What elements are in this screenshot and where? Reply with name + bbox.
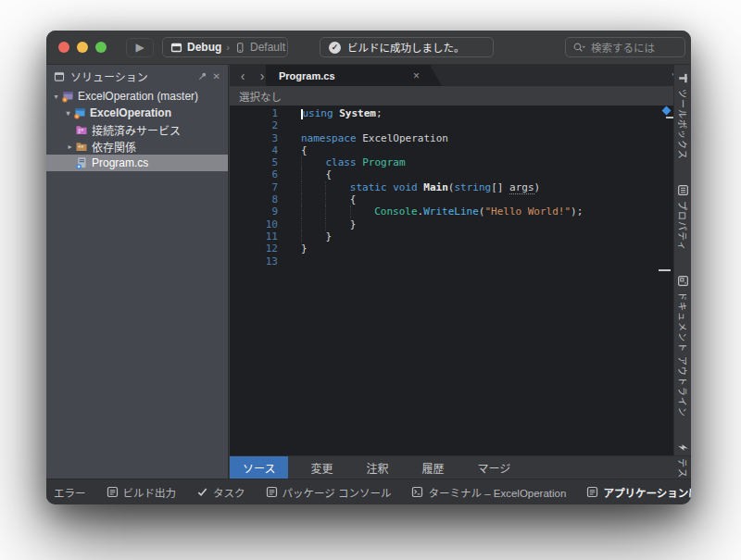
view-tab-マージ[interactable]: マージ — [466, 456, 521, 479]
indent-guide — [301, 168, 325, 180]
build-status-indicator[interactable]: ✓ ビルドに成功しました。 — [320, 37, 494, 57]
code-line: 8{ — [230, 193, 673, 205]
breadcrumb-selection-label: 選択なし — [239, 89, 282, 104]
token-pl: } — [350, 218, 357, 230]
run-button[interactable]: ▶ — [126, 38, 154, 57]
pad-button-label: ターミナル – ExcelOperation — [428, 485, 566, 500]
pad-button-ターミナル-ExcelOperation[interactable]: ターミナル – ExcelOperation — [411, 485, 566, 500]
token-kw: using — [303, 107, 333, 119]
project-icon — [73, 106, 86, 119]
line-number: 3 — [230, 132, 278, 144]
play-icon: ▶ — [135, 41, 144, 54]
tree-item--[interactable]: ▸依存関係 — [46, 138, 228, 155]
code-text: using System; — [301, 107, 383, 119]
title-bar: ▶ Debug › Default ✓ ビルドに成功しました。 — [46, 31, 691, 65]
token-kw: string — [454, 181, 491, 193]
token-pl: ) — [534, 181, 541, 193]
bottom-pads-bar: エラービルド出力タスクパッケージ コンソールターミナル – ExcelOpera… — [46, 479, 691, 504]
token-pl: { — [301, 144, 308, 156]
token-b: System — [339, 107, 376, 119]
scrollbar-tick-icon — [666, 117, 673, 118]
minimize-window-button[interactable] — [77, 42, 88, 53]
code-text: Console.WriteLine("Hello World!"); — [301, 205, 583, 218]
token-pl: { — [325, 168, 332, 180]
token-pl: { — [350, 193, 357, 205]
scrollbar-thumb-marker[interactable] — [659, 269, 671, 271]
zoom-window-button[interactable] — [95, 42, 107, 53]
vsmac-window: ▶ Debug › Default ✓ ビルドに成功しました。 — [46, 31, 691, 504]
pin-icon[interactable] — [197, 71, 207, 81]
close-pad-icon[interactable]: ✕ — [213, 71, 220, 81]
tree-item-exceloperation-master-[interactable]: ▾ExcelOperation (master) — [46, 88, 228, 105]
pad-button-ビルド出力[interactable]: ビルド出力 — [107, 485, 177, 500]
indent-guide — [325, 193, 349, 205]
token-st: "Hello World!" — [484, 205, 571, 218]
code-line: 1using System; — [230, 107, 673, 119]
side-tab-ドキュメント アウトライン[interactable]: ドキュメント アウトライン — [676, 275, 690, 417]
config-mode-label: Debug — [187, 41, 221, 54]
view-tab-履歴[interactable]: 履歴 — [410, 456, 455, 479]
token-pl: [] — [491, 181, 509, 193]
chevron-right-icon: › — [226, 42, 230, 53]
pad-button-パッケージ-コンソール[interactable]: パッケージ コンソール — [266, 485, 392, 500]
token-pl: ); — [571, 205, 583, 218]
code-text: namespace ExcelOperation — [301, 132, 448, 144]
line-number: 10 — [230, 218, 278, 230]
token-kw: namespace — [301, 132, 357, 144]
csfile-icon — [75, 156, 88, 169]
view-tab-変更[interactable]: 変更 — [299, 456, 344, 479]
token-pl: ; — [376, 107, 383, 119]
code-text: { — [301, 144, 308, 156]
check-icon — [196, 486, 208, 498]
expander-right-icon[interactable]: ▸ — [65, 143, 75, 151]
side-tab-label: プロパティ — [676, 201, 690, 251]
toolbox-icon — [677, 72, 689, 84]
token-b: Main — [423, 181, 448, 193]
pad-button-タスク[interactable]: タスク — [196, 485, 245, 500]
navigate-back-button[interactable]: ‹ — [233, 65, 252, 86]
breadcrumb[interactable]: 選択なし — [230, 86, 673, 106]
build-status-text: ビルドに成功しました。 — [347, 40, 465, 55]
search-placeholder: 検索するには — [591, 40, 655, 55]
code-line: 13 — [230, 255, 673, 268]
pad-button-label: エラー — [54, 485, 86, 500]
tab-program-cs[interactable]: Program.cs × — [266, 65, 442, 86]
pad-button-アプリケーション出力-ExcelOperation[interactable]: アプリケーション出力 - ExcelOperation — [586, 485, 691, 500]
pad-button-label: ビルド出力 — [123, 485, 177, 500]
build-configuration-selector[interactable]: Debug › Default — [162, 37, 288, 57]
tree-item-label: 接続済みサービス — [92, 122, 181, 138]
pad-button-label: タスク — [213, 485, 245, 500]
close-window-button[interactable] — [58, 42, 69, 53]
indent-guide — [350, 205, 374, 218]
expander-down-icon[interactable]: ▾ — [63, 109, 73, 118]
tree-item--[interactable]: 接続済みサービス — [46, 121, 228, 138]
tree-item-exceloperation[interactable]: ▾ExcelOperation — [46, 105, 228, 121]
pad-button-エラー[interactable]: エラー — [54, 485, 86, 500]
expander-down-icon[interactable]: ▾ — [51, 93, 61, 101]
code-text: } — [301, 218, 356, 230]
search-input[interactable]: 検索するには — [565, 37, 685, 57]
outline-icon — [677, 275, 689, 287]
code-line: 7static void Main(string[] args) — [230, 181, 673, 193]
token-kw: class — [325, 156, 356, 168]
code-line: 3namespace ExcelOperation — [230, 132, 673, 144]
close-tab-icon[interactable]: × — [413, 69, 420, 82]
line-number: 5 — [230, 156, 278, 168]
indent-guide — [301, 156, 325, 168]
side-tab-ツールボックス[interactable]: ツールボックス — [676, 72, 690, 160]
editor-tab-bar: ‹ › Program.cs × ▼ — [230, 65, 691, 86]
main-area: ソリューション ✕ ▾ExcelOperation (master)▾Excel… — [46, 65, 691, 479]
tab-title: Program.cs — [266, 70, 335, 81]
folder-deps-icon — [75, 140, 88, 153]
pad-icon — [54, 71, 65, 82]
code-editor[interactable]: 1using System;23namespace ExcelOperation… — [230, 106, 673, 455]
tree-item-program-cs[interactable]: Program.cs — [46, 155, 228, 171]
check-circle-icon: ✓ — [329, 42, 341, 54]
side-tab-プロパティ[interactable]: プロパティ — [676, 184, 690, 251]
token-ty: Console — [374, 205, 417, 218]
code-line: 4{ — [230, 144, 673, 156]
folder-services-icon — [75, 123, 88, 136]
pad-title: ソリューション — [70, 68, 148, 84]
view-tab-ソース[interactable]: ソース — [230, 456, 288, 479]
view-tab-注釈[interactable]: 注釈 — [355, 456, 399, 479]
